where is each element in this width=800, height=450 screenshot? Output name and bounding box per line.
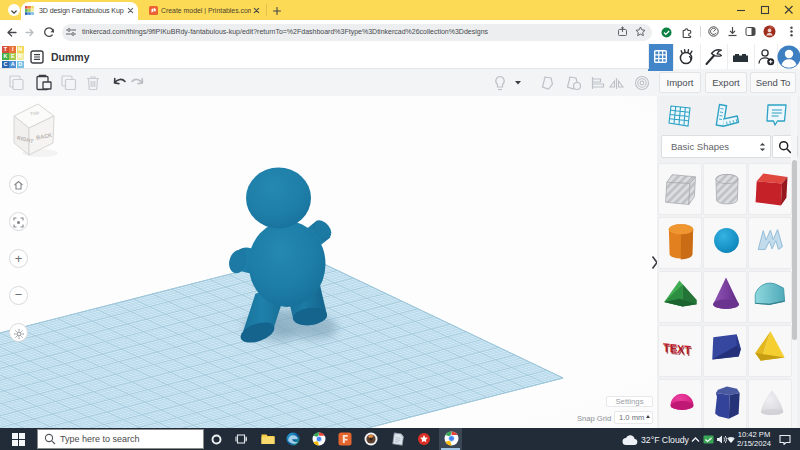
- svg-text:TEXT: TEXT: [664, 343, 692, 358]
- svg-text:TOP: TOP: [30, 111, 40, 116]
